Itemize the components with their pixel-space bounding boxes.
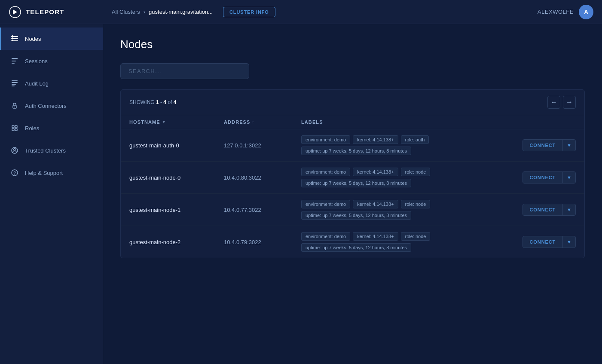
label-tag: uptime: up 7 weeks, 5 days, 12 hours, 8 …	[301, 147, 411, 155]
sidebar-item-roles[interactable]: Roles	[0, 117, 103, 139]
sidebar-sessions-label: Sessions	[25, 58, 48, 64]
action-cell: CONNECT ▼	[490, 171, 576, 184]
svg-rect-7	[12, 58, 18, 59]
auth-icon	[10, 101, 19, 110]
breadcrumb-separator: ›	[144, 9, 145, 15]
label-tag: environment: demo	[301, 135, 350, 144]
nodes-icon	[10, 34, 19, 43]
hostname-cell: gustest-main-node-2	[129, 239, 224, 245]
svg-text:?: ?	[13, 171, 16, 176]
connect-button-0[interactable]: CONNECT ▼	[523, 139, 576, 151]
address-cell: 127.0.0.1:3022	[224, 142, 301, 149]
label-tag: kernel: 4.14.138+	[353, 200, 398, 208]
sidebar-item-audit-log[interactable]: Audit Log	[0, 72, 103, 95]
connect-main-2[interactable]: CONNECT	[523, 204, 563, 215]
connect-dropdown-0[interactable]: ▼	[563, 140, 575, 151]
connect-main-0[interactable]: CONNECT	[523, 140, 563, 151]
connect-button-1[interactable]: CONNECT ▼	[523, 171, 576, 184]
avatar[interactable]: A	[579, 5, 593, 19]
svg-rect-8	[12, 61, 16, 61]
hostname-cell: gustest-main-node-1	[129, 207, 224, 213]
next-page-button[interactable]: →	[563, 96, 576, 109]
sidebar-item-nodes[interactable]: Nodes	[0, 28, 103, 50]
sidebar-item-sessions[interactable]: Sessions	[0, 50, 103, 72]
sidebar-item-trusted-clusters[interactable]: Trusted Clusters	[0, 139, 103, 162]
label-tag: kernel: 4.14.138+	[353, 135, 398, 144]
breadcrumb-current-cluster: gustest-main.gravitation...	[149, 9, 213, 15]
labels-cell: environment: demokernel: 4.14.138+role: …	[301, 232, 490, 252]
label-tag: kernel: 4.14.138+	[353, 168, 398, 176]
label-tag: role: node	[401, 200, 431, 208]
svg-point-21	[14, 149, 16, 151]
address-cell: 10.4.0.79:3022	[224, 239, 301, 245]
connect-main-3[interactable]: CONNECT	[523, 236, 563, 248]
col-labels: LABELS	[301, 119, 498, 125]
labels-cell: environment: demokernel: 4.14.138+role: …	[301, 168, 490, 187]
sidebar-trusted-label: Trusted Clusters	[25, 147, 66, 154]
svg-rect-10	[12, 80, 18, 81]
address-cell: 10.4.0.80:3022	[224, 174, 301, 181]
svg-rect-18	[12, 128, 14, 131]
topbar-right: ALEXWOLFE A	[538, 5, 593, 19]
svg-rect-6	[12, 40, 13, 41]
label-tag: environment: demo	[301, 200, 350, 208]
svg-rect-13	[12, 86, 15, 86]
label-tag: role: node	[401, 232, 431, 241]
sidebar-nodes-label: Nodes	[25, 36, 41, 42]
connect-button-2[interactable]: CONNECT ▼	[523, 204, 576, 216]
sidebar-help-label: Help & Support	[25, 170, 63, 176]
svg-rect-19	[15, 128, 17, 131]
svg-rect-11	[12, 82, 18, 83]
hostname-cell: gustest-main-auth-0	[129, 142, 224, 149]
connect-dropdown-2[interactable]: ▼	[563, 204, 575, 215]
table-row: gustest-main-auth-0 127.0.0.1:3022 envir…	[121, 129, 584, 162]
showing-to: 4	[163, 99, 166, 105]
col-hostname: HOSTNAME ▼	[129, 119, 224, 125]
svg-point-15	[14, 107, 15, 107]
prev-page-button[interactable]: ←	[547, 96, 560, 109]
table-row: gustest-main-node-0 10.4.0.80:3022 envir…	[121, 162, 584, 194]
main-content: Nodes SHOWING 1 - 4 of 4 ← → HOSTNAME ▼	[103, 24, 602, 364]
col-action	[498, 119, 576, 125]
svg-rect-17	[15, 125, 17, 128]
sessions-icon	[10, 57, 19, 65]
table-header-row: SHOWING 1 - 4 of 4 ← →	[121, 90, 584, 115]
label-tag: uptime: up 7 weeks, 5 days, 12 hours, 8 …	[301, 179, 411, 187]
cluster-info-button[interactable]: CLUSTER INFO	[223, 7, 275, 17]
labels-cell: environment: demokernel: 4.14.138+role: …	[301, 200, 490, 220]
search-input[interactable]	[120, 63, 249, 79]
address-sort-icon[interactable]: ↕	[252, 120, 255, 124]
action-cell: CONNECT ▼	[490, 204, 576, 216]
showing-from: 1	[156, 99, 159, 105]
label-tag: uptime: up 7 weeks, 5 days, 12 hours, 8 …	[301, 211, 411, 220]
connect-dropdown-3[interactable]: ▼	[563, 236, 575, 248]
action-cell: CONNECT ▼	[490, 236, 576, 248]
sidebar-item-auth-connectors[interactable]: Auth Connectors	[0, 95, 103, 117]
svg-rect-16	[12, 125, 14, 128]
sidebar-item-help-support[interactable]: ? Help & Support	[0, 162, 103, 184]
label-tag: role: node	[401, 168, 431, 176]
label-tag: environment: demo	[301, 168, 350, 176]
label-tag: role: auth	[401, 135, 429, 144]
username-label: ALEXWOLFE	[538, 9, 574, 15]
breadcrumb-all-clusters[interactable]: All Clusters	[112, 9, 140, 15]
connect-button-3[interactable]: CONNECT ▼	[523, 236, 576, 248]
address-cell: 10.4.0.77:3022	[224, 207, 301, 213]
audit-icon	[10, 79, 19, 88]
connect-main-1[interactable]: CONNECT	[523, 172, 563, 183]
roles-icon	[10, 124, 19, 132]
column-headers: HOSTNAME ▼ ADDRESS ↕ LABELS	[121, 115, 584, 129]
teleport-logo-icon	[9, 6, 21, 18]
label-tag: uptime: up 7 weeks, 5 days, 12 hours, 8 …	[301, 243, 411, 252]
svg-rect-5	[12, 37, 13, 39]
svg-rect-9	[12, 63, 15, 64]
svg-rect-4	[12, 35, 13, 37]
trusted-icon	[10, 146, 19, 155]
table-row: gustest-main-node-2 10.4.0.79:3022 envir…	[121, 226, 584, 258]
labels-cell: environment: demokernel: 4.14.138+role: …	[301, 135, 490, 155]
showing-count: SHOWING 1 - 4 of 4	[129, 99, 176, 105]
sidebar: Nodes Sessions	[0, 24, 103, 364]
hostname-sort-icon[interactable]: ▼	[162, 120, 166, 124]
connect-dropdown-1[interactable]: ▼	[563, 172, 575, 183]
help-icon: ?	[10, 168, 19, 177]
